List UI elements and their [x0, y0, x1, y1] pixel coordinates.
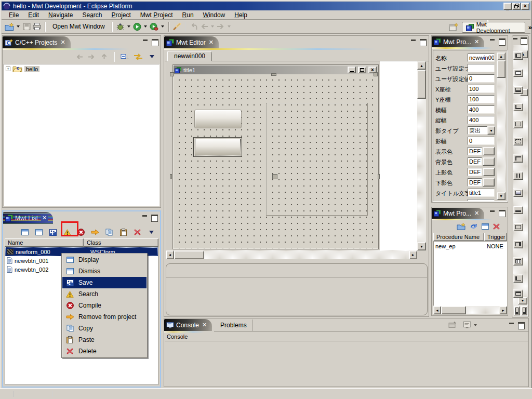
menu-item-paste[interactable]: Paste	[62, 334, 147, 345]
display-selected-console-button[interactable]	[463, 322, 478, 328]
color-picker-button[interactable]	[483, 157, 495, 166]
prop-field-fg-color[interactable]: DEF	[468, 147, 482, 155]
view-menu-button[interactable]	[147, 51, 157, 62]
color-picker-button[interactable]	[483, 168, 495, 176]
procedures-horizontal-scrollbar[interactable]: ◄ ►	[433, 306, 507, 314]
designed-window[interactable]: title1 ×	[172, 64, 379, 249]
menu-item-delete[interactable]: Delete	[62, 345, 147, 357]
run-external-button[interactable]	[149, 21, 159, 32]
palette-item-icon[interactable]	[513, 120, 523, 128]
close-tab-icon[interactable]: ✕	[41, 215, 48, 221]
scrollbar-thumb[interactable]	[497, 60, 506, 78]
prop-field-shadow-width[interactable]: 0	[468, 137, 495, 145]
scrollbar-thumb[interactable]	[417, 70, 426, 99]
menu-item-save[interactable]: Save	[62, 277, 147, 288]
close-tab-icon[interactable]: ✕	[474, 38, 479, 45]
prop-field-top-shadow-color[interactable]: DEF	[468, 168, 482, 176]
palette-item-icon[interactable]	[513, 171, 523, 180]
palette-item-icon[interactable]	[513, 51, 523, 60]
close-tab-icon[interactable]: ✕	[202, 322, 207, 328]
tab-mwt-procedures[interactable]: Mwt Pro... ✕	[432, 208, 484, 219]
palette-item-icon[interactable]	[513, 154, 523, 163]
palette-item-icon[interactable]	[514, 306, 520, 315]
menu-help[interactable]: Help	[230, 11, 252, 19]
designed-maximize-button[interactable]	[358, 66, 366, 73]
refresh-button[interactable]	[470, 223, 477, 230]
palette-item-icon[interactable]	[513, 289, 523, 298]
palette-item-icon[interactable]	[513, 257, 523, 265]
view-maximize-icon[interactable]	[151, 215, 157, 220]
perspective-mwt-development-button[interactable]: Mwt Development	[462, 22, 525, 33]
delete-procedure-button[interactable]	[493, 223, 500, 230]
debug-button[interactable]	[115, 21, 126, 32]
scroll-right-button[interactable]: ►	[499, 306, 507, 314]
palette-item-icon[interactable]	[513, 274, 523, 283]
view-maximize-icon[interactable]	[499, 210, 505, 215]
menu-project[interactable]: Project	[107, 11, 135, 19]
close-tab-icon[interactable]: ✕	[209, 39, 214, 46]
delete-button[interactable]	[132, 227, 142, 238]
menu-item-copy[interactable]: Copy	[62, 323, 147, 334]
menu-item-dismiss[interactable]: Dismiss	[62, 265, 147, 277]
remove-from-project-button[interactable]	[90, 227, 100, 238]
view-minimize-icon[interactable]	[489, 210, 496, 215]
debug-dropdown[interactable]	[127, 25, 130, 28]
scroll-left-button[interactable]: ◄	[166, 250, 174, 259]
prop-field-title-text[interactable]: title1	[468, 189, 495, 197]
prop-field-bg-color[interactable]: DEF	[468, 157, 482, 166]
prop-field-bottom-shadow-color[interactable]: DEF	[468, 178, 482, 187]
palette-item-icon[interactable]	[513, 223, 523, 231]
print-button[interactable]	[32, 21, 42, 32]
palette-item-icon[interactable]	[513, 137, 523, 145]
dismiss-button[interactable]	[34, 227, 44, 238]
close-tab-icon[interactable]: ✕	[60, 39, 65, 46]
paste-button[interactable]	[118, 227, 128, 238]
designed-button-1[interactable]	[194, 110, 242, 128]
scrollbar-thumb[interactable]	[441, 306, 466, 314]
prop-field-user-setting[interactable]	[468, 64, 495, 72]
selection-handle[interactable]	[272, 174, 277, 179]
run-external-dropdown[interactable]	[161, 25, 164, 28]
view-minimize-icon[interactable]	[410, 39, 417, 44]
scroll-up-button[interactable]: ▲	[497, 52, 506, 60]
designed-panel-outline[interactable]	[266, 103, 368, 216]
view-minimize-icon[interactable]	[142, 215, 148, 220]
menu-run[interactable]: Run	[178, 11, 198, 19]
prop-field-x[interactable]: 100	[468, 85, 495, 93]
palette-item-icon[interactable]	[513, 240, 523, 248]
selection-handle[interactable]	[170, 72, 174, 76]
palette-item-icon[interactable]	[513, 86, 523, 94]
prop-field-user-value[interactable]: 0	[468, 74, 495, 83]
prop-field-height[interactable]: 400	[468, 116, 495, 124]
menu-file[interactable]: File	[4, 11, 23, 19]
menu-navigate[interactable]: Navigate	[44, 11, 77, 19]
selection-handle[interactable]	[271, 73, 276, 76]
doc-tab-newwin000[interactable]: newwin000	[167, 51, 212, 61]
display-button[interactable]	[20, 227, 30, 238]
menu-item-compile[interactable]: Compile	[62, 300, 147, 311]
view-minimize-icon[interactable]	[142, 39, 149, 44]
scrollbar-thumb[interactable]	[174, 250, 204, 259]
palette-item-icon[interactable]	[513, 189, 523, 197]
menu-search[interactable]: Search	[77, 11, 107, 19]
console-output-area[interactable]	[165, 342, 528, 386]
menu-item-search[interactable]: Search	[62, 288, 147, 300]
menu-item-display[interactable]: Display	[62, 254, 147, 265]
view-maximize-icon[interactable]	[518, 322, 524, 327]
properties-scrollbar[interactable]: ▲ ▼	[497, 52, 506, 200]
selection-handle[interactable]	[378, 174, 380, 179]
view-maximize-icon[interactable]	[152, 39, 158, 44]
tab-mwt-editor[interactable]: Mwt Editor ✕	[164, 36, 219, 48]
palette-item-icon[interactable]	[513, 103, 523, 111]
scroll-right-button[interactable]: ►	[409, 250, 417, 259]
view-maximize-icon[interactable]	[499, 38, 505, 44]
menu-edit[interactable]: Edit	[23, 11, 44, 19]
view-minimize-icon[interactable]	[509, 322, 515, 327]
scroll-down-button[interactable]: ▼	[497, 192, 506, 200]
show-window-button[interactable]	[482, 223, 489, 230]
view-maximize-icon[interactable]	[420, 39, 426, 44]
new-procedure-button[interactable]	[457, 223, 466, 230]
menu-item-remove-from-project[interactable]: Remove from project	[62, 311, 147, 323]
tab-mwt-list[interactable]: Mwt List ✕	[3, 212, 53, 224]
prop-field-width[interactable]: 400	[468, 105, 495, 114]
